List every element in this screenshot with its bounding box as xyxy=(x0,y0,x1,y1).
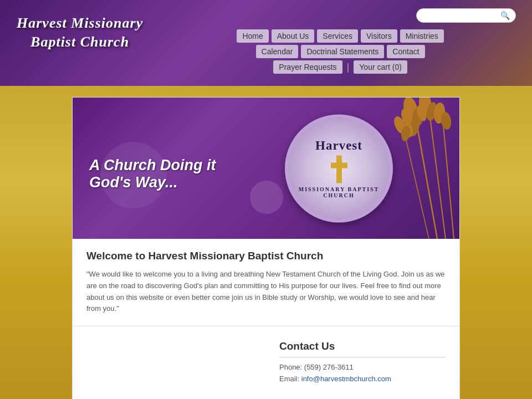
nav-separator: | xyxy=(347,62,350,73)
nav-row-1: Home About Us Services Visitors Ministri… xyxy=(237,29,443,43)
nav-ministries[interactable]: Ministries xyxy=(400,29,444,43)
circle-harvest-label: Harvest xyxy=(315,139,362,153)
cross-icon xyxy=(331,156,347,183)
navigation-area: 🔍 Home About Us Services Visitors Minist… xyxy=(165,8,515,76)
contact-phone: Phone: (559) 276-3611 xyxy=(279,363,446,371)
logo-area: Harvest Missionary Baptist Church xyxy=(17,14,143,52)
nav-home[interactable]: Home xyxy=(237,29,268,43)
nav-row-2: Calendar Doctrinal Statements Contact xyxy=(256,45,425,58)
welcome-section: Welcome to Harvest Missionary Baptist Ch… xyxy=(73,239,459,326)
circle-missionary-label: MISSIONARY BAPTIST xyxy=(299,186,380,192)
nav-row-3: Prayer Requests | Your cart (0) xyxy=(273,60,407,74)
content-box: A Church Doing it God's Way... Harvest M… xyxy=(72,97,460,399)
banner-line2: God's Way... xyxy=(89,174,216,191)
contact-section: Contact Us Phone: (559) 276-3611 Email: … xyxy=(73,326,459,399)
search-button[interactable]: 🔍 xyxy=(500,11,510,20)
nav-about[interactable]: About Us xyxy=(272,29,315,43)
nav-visitors[interactable]: Visitors xyxy=(361,29,397,43)
nav-services[interactable]: Services xyxy=(317,29,358,43)
contact-email-label: Email: xyxy=(279,375,299,383)
hero-banner: A Church Doing it God's Way... Harvest M… xyxy=(73,98,459,239)
contact-title: Contact Us xyxy=(279,340,446,357)
circle-church-label: Church xyxy=(299,192,380,198)
nav-doctrinal[interactable]: Doctrinal Statements xyxy=(301,45,384,58)
svg-line-0 xyxy=(415,114,437,239)
banner-tagline: A Church Doing it God's Way... xyxy=(73,146,216,191)
search-bar: 🔍 xyxy=(416,8,510,23)
contact-email-link[interactable]: info@harvestmbchurch.com xyxy=(301,375,391,383)
svg-line-13 xyxy=(404,131,429,239)
main-wrapper: A Church Doing it God's Way... Harvest M… xyxy=(0,86,532,399)
contact-box: Contact Us Phone: (559) 276-3611 Email: … xyxy=(279,340,446,383)
page-header: Harvest Missionary Baptist Church 🔍 Home… xyxy=(0,0,532,86)
orb-decoration-2 xyxy=(250,181,283,214)
site-logo: Harvest Missionary Baptist Church xyxy=(17,14,143,52)
nav-cart[interactable]: Your cart (0) xyxy=(354,60,407,74)
banner-line1: A Church Doing it xyxy=(89,157,216,174)
circle-bottom-text: MISSIONARY BAPTIST Church xyxy=(299,186,380,198)
svg-line-10 xyxy=(443,120,454,239)
contact-email-line: Email: info@harvestmbchurch.com xyxy=(279,375,446,383)
welcome-title: Welcome to Harvest Missionary Baptist Ch… xyxy=(86,250,446,262)
welcome-body: "We would like to welcome you to a livin… xyxy=(86,269,446,315)
nav-calendar[interactable]: Calendar xyxy=(256,45,299,58)
nav-prayer[interactable]: Prayer Requests xyxy=(273,60,342,74)
church-logo-circle: Harvest MISSIONARY BAPTIST Church xyxy=(285,114,393,222)
nav-contact[interactable]: Contact xyxy=(387,45,424,58)
